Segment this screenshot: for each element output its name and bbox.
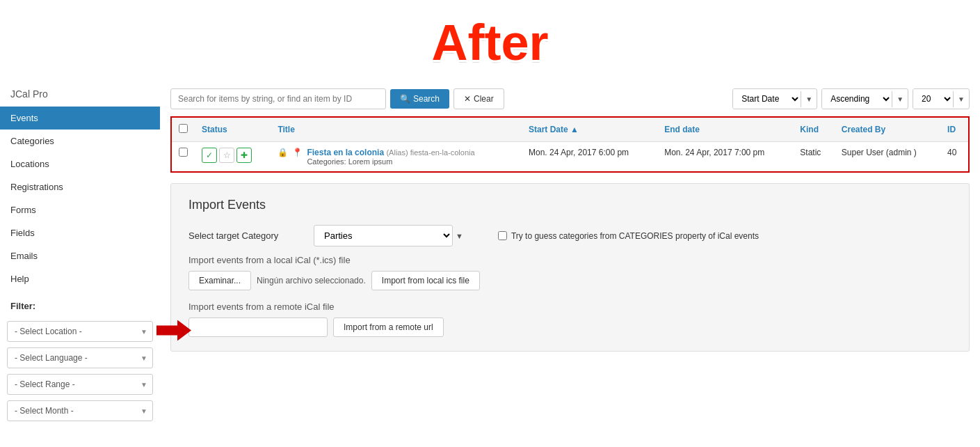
row-checkbox-cell — [171, 142, 195, 173]
row-end-date-cell: Mon. 24 Apr, 2017 7:00 pm — [657, 142, 793, 173]
status-icons: ✓ ☆ ✚ — [202, 148, 264, 163]
content-area: 🔍 Search ✕ Clear Start Date Title End Da… — [160, 81, 980, 425]
top-banner: After — [0, 0, 980, 81]
clear-icon: ✕ — [464, 94, 471, 104]
range-select[interactable]: - Select Range - — [7, 374, 153, 395]
end-date-value: Mon. 24 Apr, 2017 7:00 pm — [664, 148, 764, 157]
svg-marker-0 — [156, 320, 191, 341]
row-kind-cell: Static — [793, 142, 834, 173]
local-ical-section: Import events from a local iCal (*.ics) … — [188, 255, 951, 290]
import-title: Import Events — [188, 198, 951, 212]
sort-field-select[interactable]: Start Date Title End Date Created By — [733, 89, 801, 109]
id-value: 40 — [947, 148, 956, 157]
filter-label: Filter: — [0, 290, 160, 317]
row-status-cell: ✓ ☆ ✚ — [195, 142, 271, 173]
sidebar-item-registrations[interactable]: Registrations — [0, 175, 160, 198]
title-text-block: Fiesta en la colonia (Alias) fiesta-en-l… — [307, 148, 474, 166]
select-all-checkbox[interactable] — [179, 124, 188, 133]
import-local-button[interactable]: Import from local ics file — [371, 271, 480, 290]
language-select[interactable]: - Select Language - — [7, 347, 153, 368]
title-content: 🔒 📍 Fiesta en la colonia (Alias) fiesta-… — [278, 148, 515, 166]
target-category-row: Select target Category Parties General S… — [188, 225, 951, 246]
event-alias: (Alias) fiesta-en-la-colonia — [386, 148, 474, 157]
row-start-date-cell: Mon. 24 Apr, 2017 6:00 pm — [522, 142, 657, 173]
local-ical-label: Import events from a local iCal (*.ics) … — [188, 255, 951, 265]
th-status[interactable]: Status — [195, 117, 271, 142]
red-arrow — [156, 320, 191, 343]
sidebar: JCal Pro Events Categories Locations Reg… — [0, 81, 160, 425]
category-select[interactable]: Parties General Sports — [314, 225, 453, 246]
remote-ical-label: Import events from a remote iCal file — [188, 301, 951, 312]
target-category-label: Select target Category — [188, 230, 307, 241]
per-page-dropdown-btn[interactable]: ▼ — [953, 91, 969, 107]
status-add-icon[interactable]: ✚ — [236, 148, 252, 163]
table-header-row: Status Title Start Date ▲ End date Kind … — [171, 117, 969, 142]
th-id[interactable]: ID — [940, 117, 969, 142]
start-date-value: Mon. 24 Apr, 2017 6:00 pm — [529, 148, 629, 157]
remote-url-input[interactable] — [188, 317, 328, 337]
row-id-cell: 40 — [940, 142, 969, 173]
created-by-value: Super User (admin ) — [842, 148, 917, 157]
language-select-wrapper: - Select Language - ▼ — [7, 347, 153, 368]
status-check-icon[interactable]: ✓ — [202, 148, 217, 163]
sort-direction-select[interactable]: Ascending Descending — [822, 89, 892, 109]
pin-icon: 📍 — [292, 148, 303, 157]
sidebar-item-categories[interactable]: Categories — [0, 130, 160, 152]
kind-value: Static — [800, 148, 821, 157]
browse-button[interactable]: Examinar... — [188, 271, 251, 290]
remote-ical-section: Import events from a remote iCal file Im… — [188, 301, 951, 337]
search-input[interactable] — [170, 88, 386, 109]
import-section: Import Events Select target Category Par… — [170, 183, 970, 352]
sidebar-item-emails[interactable]: Emails — [0, 244, 160, 267]
guess-categories-checkbox[interactable] — [498, 231, 507, 240]
per-page-wrapper: 20 10 50 100 ▼ — [913, 88, 970, 109]
sidebar-item-events[interactable]: Events — [0, 107, 160, 130]
status-star-icon[interactable]: ☆ — [219, 148, 234, 163]
sort-direction-wrapper: Ascending Descending ▼ — [821, 88, 908, 109]
sidebar-item-forms[interactable]: Forms — [0, 198, 160, 221]
event-title-link[interactable]: Fiesta en la colonia — [307, 148, 384, 157]
row-title-cell: 🔒 📍 Fiesta en la colonia (Alias) fiesta-… — [271, 142, 522, 173]
search-icon: 🔍 — [400, 94, 410, 104]
sort-field-wrapper: Start Date Title End Date Created By ▼ — [732, 88, 817, 109]
sidebar-item-fields[interactable]: Fields — [0, 221, 160, 244]
app-title: JCal Pro — [0, 81, 160, 107]
month-select-wrapper: - Select Month - ▼ — [7, 400, 153, 421]
location-filter-container: - Select Location - ▼ — [0, 321, 160, 342]
per-page-select[interactable]: 20 10 50 100 — [913, 89, 953, 109]
sort-field-dropdown-btn[interactable]: ▼ — [801, 91, 817, 107]
sort-direction-dropdown-btn[interactable]: ▼ — [892, 91, 908, 107]
th-checkbox — [171, 117, 195, 142]
th-title[interactable]: Title — [271, 117, 522, 142]
main-layout: JCal Pro Events Categories Locations Reg… — [0, 81, 980, 425]
event-categories: Categories: Lorem ipsum — [307, 157, 474, 166]
clear-button[interactable]: ✕ Clear — [453, 88, 504, 109]
category-select-arrow: ▼ — [456, 232, 463, 240]
th-kind[interactable]: Kind — [793, 117, 834, 142]
category-select-wrapper: Parties General Sports ▼ — [314, 225, 463, 246]
location-select[interactable]: - Select Location - — [7, 321, 153, 342]
import-file-row: Examinar... Ningún archivo seleccionado.… — [188, 271, 951, 290]
th-start-date[interactable]: Start Date ▲ — [522, 117, 657, 142]
toolbar: 🔍 Search ✕ Clear Start Date Title End Da… — [170, 81, 970, 116]
row-checkbox[interactable] — [179, 148, 188, 157]
table-row: ✓ ☆ ✚ 🔒 📍 Fiesta en la colonia (Alias) f… — [171, 142, 969, 173]
month-select[interactable]: - Select Month - — [7, 400, 153, 421]
guess-categories-label[interactable]: Try to guess categories from CATEGORIES … — [498, 231, 759, 241]
row-created-by-cell: Super User (admin ) — [835, 142, 940, 173]
after-heading: After — [431, 15, 548, 70]
search-button[interactable]: 🔍 Search — [390, 89, 449, 109]
location-select-wrapper: - Select Location - ▼ — [7, 321, 153, 342]
sidebar-item-locations[interactable]: Locations — [0, 152, 160, 175]
events-table: Status Title Start Date ▲ End date Kind … — [170, 116, 970, 173]
th-end-date[interactable]: End date — [657, 117, 793, 142]
import-remote-row: Import from a remote url — [188, 317, 951, 337]
lock-icon: 🔒 — [278, 148, 288, 157]
no-file-text: Ningún archivo seleccionado. — [257, 276, 366, 285]
th-created-by[interactable]: Created By — [835, 117, 940, 142]
sidebar-item-help[interactable]: Help — [0, 267, 160, 290]
import-remote-button[interactable]: Import from a remote url — [333, 317, 444, 337]
range-select-wrapper: - Select Range - ▼ — [7, 374, 153, 395]
